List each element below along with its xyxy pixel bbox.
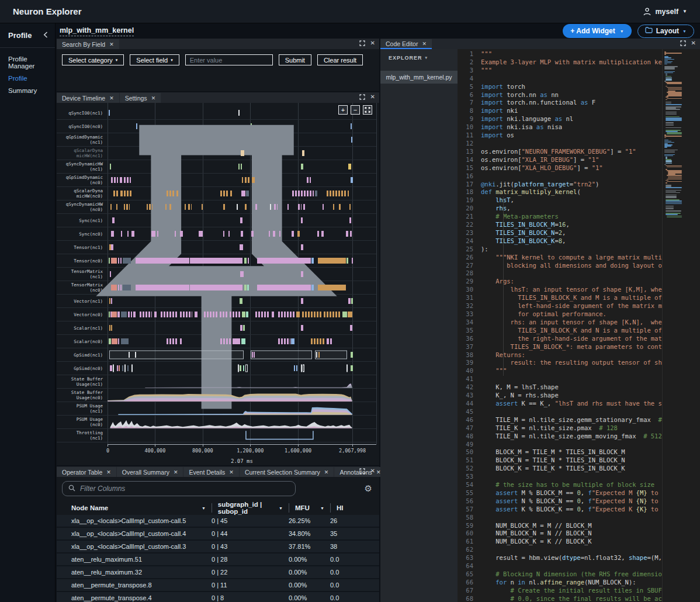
table-row[interactable]: aten__relu_maximum.320 | 220.00%0.0 bbox=[57, 566, 379, 579]
timeline-event[interactable] bbox=[190, 285, 242, 290]
close-icon[interactable]: ✕ bbox=[370, 468, 375, 474]
timeline-event[interactable] bbox=[330, 338, 332, 344]
timeline-event[interactable] bbox=[120, 177, 122, 183]
timeline-event[interactable] bbox=[241, 150, 244, 156]
add-widget-button[interactable]: + Add Widget▼ bbox=[563, 24, 631, 38]
timeline-event[interactable] bbox=[167, 191, 175, 196]
timeline-event[interactable] bbox=[188, 204, 192, 210]
table-row[interactable]: xla__op_<locals>CallImpl_custom-call.50 … bbox=[57, 515, 379, 528]
sidebar-collapse-icon[interactable] bbox=[43, 32, 48, 39]
timeline-event[interactable] bbox=[109, 244, 110, 250]
expand-icon[interactable] bbox=[359, 468, 365, 474]
sort-icon[interactable]: ▼ bbox=[202, 506, 212, 510]
timeline-row-track[interactable] bbox=[108, 160, 376, 173]
breadcrumb[interactable]: mlp_with_mm_kernel bbox=[60, 26, 134, 36]
timeline-event[interactable] bbox=[113, 191, 119, 196]
timeline-event[interactable] bbox=[113, 365, 114, 372]
timeline-event[interactable] bbox=[247, 285, 249, 290]
timeline-row-track[interactable] bbox=[108, 321, 376, 334]
timeline-event[interactable] bbox=[124, 191, 131, 196]
timeline-event[interactable] bbox=[351, 352, 352, 358]
timeline-event[interactable] bbox=[245, 204, 248, 210]
timeline-event[interactable] bbox=[301, 164, 303, 169]
timeline-event[interactable] bbox=[301, 244, 303, 250]
timeline-event[interactable] bbox=[327, 191, 347, 196]
sort-icon[interactable]: ▼ bbox=[320, 506, 330, 510]
timeline-event[interactable] bbox=[346, 258, 348, 264]
timeline-event[interactable] bbox=[240, 298, 242, 304]
timeline-event[interactable] bbox=[317, 231, 319, 237]
timeline-event[interactable] bbox=[240, 325, 243, 331]
timeline-event[interactable] bbox=[348, 164, 351, 169]
timeline-event[interactable] bbox=[110, 312, 112, 317]
close-icon[interactable]: ✕ bbox=[174, 469, 178, 475]
timeline-event[interactable] bbox=[301, 271, 303, 277]
timeline-event[interactable] bbox=[129, 352, 130, 358]
timeline-event[interactable] bbox=[112, 338, 117, 344]
timeline-event[interactable] bbox=[128, 312, 132, 317]
timeline-row-track[interactable] bbox=[108, 174, 376, 186]
gear-icon[interactable]: ⚙ bbox=[365, 483, 372, 494]
timeline-row-track[interactable] bbox=[108, 362, 376, 375]
timeline-event[interactable] bbox=[270, 204, 271, 210]
timeline-event[interactable] bbox=[228, 231, 230, 237]
timeline-event[interactable] bbox=[204, 312, 218, 317]
timeline-event[interactable] bbox=[274, 204, 278, 210]
timeline-event[interactable] bbox=[301, 217, 303, 223]
timeline-event[interactable] bbox=[241, 231, 243, 237]
timeline-row-track[interactable] bbox=[108, 335, 376, 348]
timeline-row-track[interactable] bbox=[108, 375, 376, 388]
timeline-event[interactable] bbox=[233, 338, 240, 344]
timeline-event[interactable] bbox=[202, 204, 203, 210]
timeline-event[interactable] bbox=[167, 338, 178, 344]
timeline-row-track[interactable] bbox=[108, 241, 376, 254]
timeline-event[interactable] bbox=[238, 365, 239, 372]
sidebar-item-summary[interactable]: Summary bbox=[8, 87, 55, 94]
timeline-event[interactable] bbox=[351, 365, 352, 371]
timeline-event[interactable] bbox=[272, 312, 275, 317]
select-field-dropdown[interactable]: Select field▾ bbox=[130, 54, 179, 65]
timeline-event[interactable] bbox=[110, 204, 112, 210]
sort-icon[interactable]: ▼ bbox=[279, 506, 289, 510]
timeline-event[interactable] bbox=[242, 312, 245, 317]
timeline-event[interactable] bbox=[118, 258, 119, 264]
timeline-event[interactable] bbox=[348, 312, 352, 317]
timeline-event[interactable] bbox=[245, 365, 247, 372]
timeline-event[interactable] bbox=[243, 325, 244, 331]
clear-result-button[interactable]: Clear result bbox=[317, 54, 363, 65]
expand-icon[interactable] bbox=[359, 94, 365, 100]
timeline-event[interactable] bbox=[109, 298, 110, 304]
timeline-event[interactable] bbox=[118, 285, 119, 290]
timeline-event[interactable] bbox=[238, 164, 240, 169]
timeline-row-track[interactable] bbox=[108, 348, 376, 361]
timeline-event[interactable] bbox=[240, 365, 241, 371]
timeline-event[interactable] bbox=[199, 231, 202, 237]
timeline-event[interactable] bbox=[220, 312, 228, 317]
timeline-event[interactable] bbox=[133, 312, 136, 317]
timeline-event[interactable] bbox=[323, 204, 324, 210]
timeline-event[interactable] bbox=[180, 338, 182, 344]
timeline-event[interactable] bbox=[255, 312, 269, 317]
timeline-event[interactable] bbox=[321, 231, 324, 237]
timeline-event[interactable] bbox=[124, 204, 125, 210]
timeline-event[interactable] bbox=[124, 177, 131, 183]
timeline-event[interactable] bbox=[296, 312, 300, 317]
timeline-event[interactable] bbox=[116, 204, 117, 210]
timeline-event[interactable] bbox=[127, 365, 129, 371]
timeline-row-track[interactable] bbox=[108, 268, 376, 281]
timeline-event[interactable] bbox=[351, 298, 352, 304]
timeline-event[interactable] bbox=[176, 191, 178, 196]
timeline-event[interactable] bbox=[240, 244, 243, 250]
timeline-event[interactable] bbox=[348, 298, 351, 304]
timeline-event[interactable] bbox=[195, 312, 197, 317]
timeline-event[interactable] bbox=[121, 312, 127, 317]
column-header-1[interactable]: Node Name▼ bbox=[57, 504, 212, 511]
tab-current-selection-summary[interactable]: Current Selection Summary✕ bbox=[240, 467, 334, 477]
file-item[interactable]: mlp_with_mm_kernel.py bbox=[380, 71, 458, 84]
timeline-event[interactable] bbox=[349, 204, 351, 210]
timeline-event[interactable] bbox=[169, 204, 173, 210]
timeline-event[interactable] bbox=[318, 352, 320, 358]
zoom-fit-button[interactable] bbox=[363, 105, 372, 115]
timeline-event[interactable] bbox=[117, 365, 119, 371]
timeline-event[interactable] bbox=[185, 204, 186, 210]
